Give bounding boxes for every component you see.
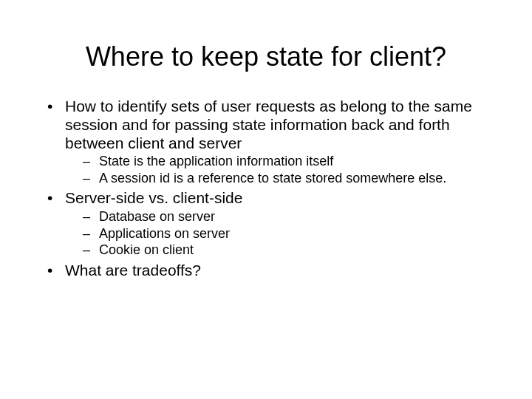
- sub-bullet-item: State is the application information its…: [83, 154, 489, 170]
- sub-bullet-text: A session id is a reference to state sto…: [99, 171, 446, 185]
- sub-bullet-text: State is the application information its…: [99, 154, 333, 168]
- bullet-text: Server-side vs. client-side: [65, 189, 242, 206]
- bullet-item: What are tradeoffs?: [43, 262, 489, 280]
- sub-bullet-list: State is the application information its…: [65, 154, 489, 186]
- bullet-list: How to identify sets of user requests as…: [43, 98, 489, 280]
- bullet-text: How to identify sets of user requests as…: [65, 98, 472, 151]
- bullet-text: What are tradeoffs?: [65, 262, 201, 279]
- slide: Where to keep state for client? How to i…: [0, 41, 532, 399]
- sub-bullet-item: A session id is a reference to state sto…: [83, 171, 489, 187]
- bullet-item: Server-side vs. client-side Database on …: [43, 189, 489, 259]
- slide-title: Where to keep state for client?: [0, 41, 532, 72]
- sub-bullet-list: Database on server Applications on serve…: [65, 209, 489, 259]
- slide-body: How to identify sets of user requests as…: [0, 98, 532, 280]
- sub-bullet-text: Cookie on client: [99, 242, 194, 257]
- sub-bullet-item: Applications on server: [83, 226, 489, 242]
- sub-bullet-item: Database on server: [83, 209, 489, 225]
- bullet-item: How to identify sets of user requests as…: [43, 98, 489, 186]
- sub-bullet-text: Applications on server: [99, 226, 230, 241]
- sub-bullet-item: Cookie on client: [83, 242, 489, 259]
- sub-bullet-text: Database on server: [99, 209, 215, 224]
